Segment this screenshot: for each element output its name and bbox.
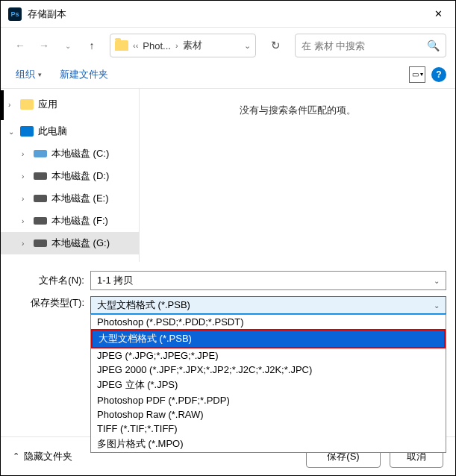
drive-icon <box>34 150 47 157</box>
filename-label: 文件名(N): <box>10 274 84 287</box>
view-options-button[interactable]: ▭ ▾ <box>409 66 425 83</box>
path-seg-1[interactable]: Phot... <box>143 40 171 51</box>
filetype-option[interactable]: JPEG 立体 (*.JPS) <box>91 377 446 393</box>
chevron-down-icon[interactable]: ⌄ <box>244 41 251 51</box>
path-box[interactable]: ‹‹ Phot... › 素材 ⌄ <box>110 34 256 57</box>
tree-item-thispc[interactable]: ⌄此电脑 <box>1 120 139 143</box>
path-seg-2[interactable]: 素材 <box>183 39 202 52</box>
filetype-option[interactable]: TIFF (*.TIF;*.TIFF) <box>91 422 446 436</box>
chevron-right-icon: › <box>175 41 178 50</box>
filetype-option[interactable]: JPEG 2000 (*.JPF;*.JPX;*.JP2;*.J2C;*.J2K… <box>91 363 446 377</box>
drive-icon <box>34 195 47 202</box>
up-button[interactable]: ↑ <box>81 35 102 56</box>
organize-menu[interactable]: 组织▾ <box>10 65 48 84</box>
back-button[interactable]: ← <box>10 35 31 56</box>
filetype-option-selected[interactable]: 大型文档格式 (*.PSB) <box>91 329 446 348</box>
newfolder-button[interactable]: 新建文件夹 <box>54 65 114 84</box>
filetype-option[interactable]: Photoshop PDF (*.PDF;*.PDP) <box>91 393 446 407</box>
dialog-title: 存储副本 <box>28 7 421 21</box>
apps-icon <box>20 99 34 110</box>
filetype-option[interactable]: JPEG (*.JPG;*.JPEG;*.JPE) <box>91 348 446 363</box>
folder-tree: ›应用 ⌄此电脑 ›本地磁盘 (C:) ›本地磁盘 (D:) ›本地磁盘 (E:… <box>1 89 140 262</box>
filetype-option[interactable]: Photoshop (*.PSD;*.PDD;*.PSDT) <box>91 315 446 329</box>
filename-input[interactable]: 1-1 拷贝⌄ <box>90 271 446 290</box>
pc-icon <box>20 126 34 137</box>
filetype-dropdown: Photoshop (*.PSD;*.PDD;*.PSDT) 大型文档格式 (*… <box>90 314 446 453</box>
tree-item-drive-c[interactable]: ›本地磁盘 (C:) <box>1 143 139 165</box>
photoshop-icon: Ps <box>8 7 22 21</box>
search-icon[interactable]: 🔍 <box>427 40 440 51</box>
search-box[interactable]: 🔍 <box>295 34 446 57</box>
filetype-select[interactable]: 大型文档格式 (*.PSB)⌄ <box>90 296 446 314</box>
tree-item-drive-e[interactable]: ›本地磁盘 (E:) <box>1 187 139 210</box>
chevron-down-icon[interactable]: ⌄ <box>434 301 440 310</box>
search-input[interactable] <box>302 40 427 51</box>
chevron-down-icon[interactable]: ⌄ <box>434 277 440 285</box>
drive-icon <box>34 172 47 180</box>
tree-item-drive-f[interactable]: ›本地磁盘 (F:) <box>1 210 139 232</box>
forward-button: → <box>34 35 54 56</box>
filetype-option[interactable]: 多图片格式 (*.MPO) <box>91 436 446 452</box>
drive-icon <box>34 217 47 225</box>
chevron-icon: ‹‹ <box>133 41 138 50</box>
tree-item-drive-g[interactable]: ›本地磁盘 (G:) <box>1 232 139 254</box>
content-pane: 没有与搜索条件匹配的项。 <box>140 89 455 262</box>
empty-message: 没有与搜索条件匹配的项。 <box>240 104 356 117</box>
close-icon[interactable]: ✕ <box>421 1 455 28</box>
tree-item-drive-d[interactable]: ›本地磁盘 (D:) <box>1 165 139 187</box>
tree-item-apps[interactable]: ›应用 <box>1 93 139 116</box>
refresh-button[interactable]: ↻ <box>263 34 287 57</box>
recent-dropdown[interactable]: ⌄ <box>57 35 78 56</box>
hide-folders-toggle[interactable]: ⌃隐藏文件夹 <box>13 450 72 463</box>
folder-icon <box>115 40 128 51</box>
filetype-label: 保存类型(T): <box>10 296 84 310</box>
drive-icon <box>34 239 47 247</box>
help-button[interactable]: ? <box>431 67 446 82</box>
filetype-option[interactable]: Photoshop Raw (*.RAW) <box>91 407 446 422</box>
